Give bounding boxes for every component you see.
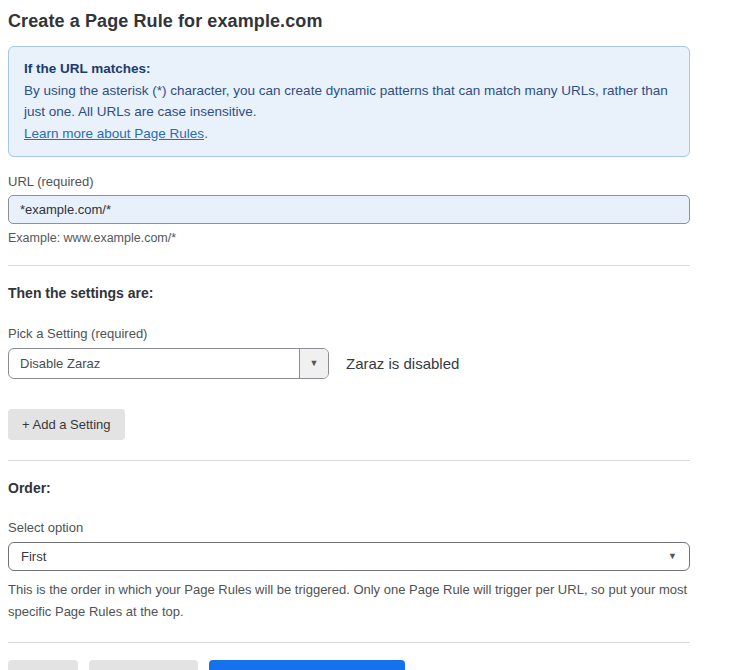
url-input[interactable] xyxy=(8,195,690,224)
setting-select[interactable]: Disable Zaraz ▼ xyxy=(8,348,329,379)
order-select-value: First xyxy=(21,549,46,564)
add-setting-button[interactable]: + Add a Setting xyxy=(8,409,125,440)
settings-section-heading: Then the settings are: xyxy=(8,285,690,301)
save-as-draft-button[interactable]: Save as Draft xyxy=(89,660,198,670)
link-period: . xyxy=(204,126,208,141)
learn-more-link[interactable]: Learn more about Page Rules xyxy=(24,126,204,141)
save-and-deploy-button[interactable]: Save and Deploy Page Rule xyxy=(209,660,404,670)
setting-row: Disable Zaraz ▼ Zaraz is disabled xyxy=(8,348,690,379)
url-match-info-box: If the URL matches: By using the asteris… xyxy=(8,46,690,157)
cancel-button[interactable]: Cancel xyxy=(8,660,78,670)
divider xyxy=(8,642,690,643)
setting-select-arrow-button[interactable]: ▼ xyxy=(299,349,328,378)
url-example-text: Example: www.example.com/* xyxy=(8,231,690,245)
setting-status-text: Zaraz is disabled xyxy=(346,355,459,372)
divider xyxy=(8,265,690,266)
caret-down-icon: ▼ xyxy=(668,552,677,561)
order-help-text: This is the order in which your Page Rul… xyxy=(8,579,690,622)
info-box-heading: If the URL matches: xyxy=(24,58,674,80)
divider xyxy=(8,460,690,461)
form-actions: Cancel Save as Draft Save and Deploy Pag… xyxy=(8,660,690,670)
info-link-line: Learn more about Page Rules. xyxy=(24,123,674,145)
order-select-label: Select option xyxy=(8,520,690,535)
setting-select-value: Disable Zaraz xyxy=(9,349,299,378)
page-rule-form: Create a Page Rule for example.com If th… xyxy=(8,0,690,670)
order-select[interactable]: First ▼ xyxy=(8,542,690,571)
order-section-heading: Order: xyxy=(8,480,690,496)
setting-picker-label: Pick a Setting (required) xyxy=(8,326,690,341)
url-field-label: URL (required) xyxy=(8,174,690,189)
caret-down-icon: ▼ xyxy=(310,359,319,368)
info-box-body: By using the asterisk (*) character, you… xyxy=(24,80,674,123)
page-title: Create a Page Rule for example.com xyxy=(8,11,690,32)
